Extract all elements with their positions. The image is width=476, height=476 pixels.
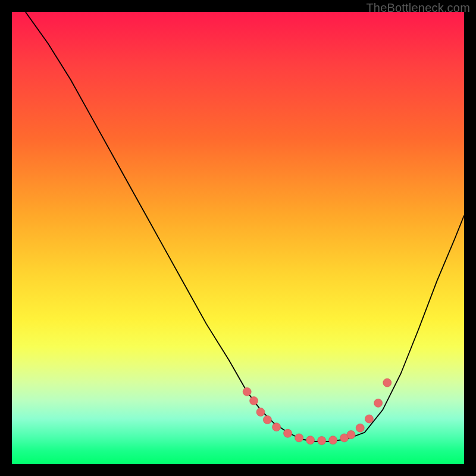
curve-marker	[256, 408, 265, 416]
curve-marker	[356, 424, 364, 432]
curve-markers	[12, 12, 464, 464]
curve-marker	[306, 436, 315, 444]
curve-marker	[365, 415, 373, 423]
curve-marker	[347, 431, 355, 439]
plot-area	[12, 12, 464, 464]
curve-marker	[374, 399, 383, 407]
curve-marker	[383, 378, 392, 387]
curve-marker	[273, 423, 281, 431]
curve-marker	[295, 434, 303, 442]
curve-marker	[284, 429, 292, 437]
chart-stage: TheBottleneck.com	[0, 0, 476, 476]
curve-marker	[329, 436, 337, 444]
curve-marker	[250, 397, 258, 405]
curve-marker	[263, 416, 271, 424]
curve-marker	[318, 437, 326, 445]
curve-marker	[243, 387, 251, 396]
